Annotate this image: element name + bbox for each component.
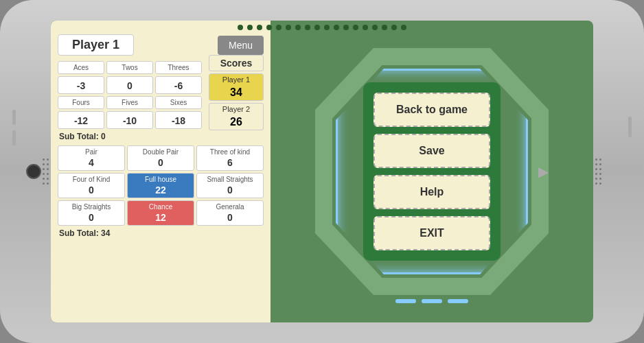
generala-cell: Generala 0	[196, 200, 264, 226]
aces-label-cell: Aces	[58, 61, 104, 74]
power-button[interactable]	[628, 117, 632, 137]
player-title: Player 1	[58, 34, 134, 56]
threes-value-cell: -6	[155, 76, 202, 94]
nav-dot-3	[448, 299, 468, 303]
back-to-game-button[interactable]: Back to game	[373, 93, 490, 127]
sixes-label-cell: Sixes	[155, 96, 202, 109]
upper-score-grid: Aces Twos Threes -3 0 -6	[58, 61, 202, 129]
save-button[interactable]: Save	[373, 134, 490, 168]
camera	[26, 164, 41, 179]
navigation-dots	[395, 299, 468, 303]
right-arrow-icon: ▶	[538, 163, 549, 180]
upper-sub-total: Sub Total: 0	[59, 132, 264, 141]
twos-value-cell: 0	[106, 76, 153, 94]
fives-label-cell: Fives	[106, 96, 153, 109]
big-straights-cell: Big Straights 0	[58, 200, 125, 226]
aces-value-cell: -3	[58, 76, 104, 94]
twos-label-cell: Twos	[106, 61, 153, 74]
scores-title: Scores	[209, 55, 264, 71]
four-of-kind-cell: Four of Kind 0	[58, 173, 125, 198]
double-pair-cell: Double Pair 0	[127, 145, 194, 171]
player2-value: 26	[209, 115, 263, 130]
nav-dot-1	[395, 299, 416, 303]
volume-up-button[interactable]	[12, 110, 16, 125]
scores-side-panel: Scores Player 1 34 Player 2 26	[209, 55, 264, 130]
three-of-kind-cell: Three of kind 6	[196, 145, 264, 171]
lower-score-grid: Pair 4 Double Pair 0 Three of kind 6 Fou…	[58, 145, 264, 226]
player-header: Player 1 Menu	[58, 34, 264, 56]
chance-cell: Chance 12	[127, 200, 194, 226]
menu-button[interactable]: Menu	[218, 36, 264, 55]
sixes-value-cell: -18	[155, 111, 202, 129]
pair-cell: Pair 4	[58, 145, 125, 171]
game-area: ⚄ ⚂ Back to game Save Help EXIT ▶	[271, 21, 593, 322]
score-panel: Player 1 Menu Scores Player 1 34 Player …	[51, 21, 271, 322]
player1-label: Player 1	[209, 74, 263, 85]
fives-value-cell: -10	[106, 111, 153, 129]
player2-score-item: Player 2 26	[209, 103, 264, 130]
player2-label: Player 2	[209, 104, 263, 115]
top-decoration-dots	[51, 25, 593, 30]
phone-body: Player 1 Menu Scores Player 1 34 Player …	[0, 0, 644, 343]
player1-score-item: Player 1 34	[209, 73, 264, 101]
volume-down-button[interactable]	[12, 130, 16, 145]
fours-label-cell: Fours	[58, 96, 104, 109]
nav-dot-2	[422, 299, 442, 303]
octagon-board: ⚄ ⚂ Back to game Save Help EXIT ▶	[301, 34, 562, 309]
fours-value-cell: -12	[58, 111, 104, 129]
lower-sub-total: Sub Total: 34	[59, 228, 264, 238]
menu-card: Back to game Save Help EXIT	[363, 82, 501, 261]
full-house-cell: Full house 22	[127, 173, 194, 198]
screen: Player 1 Menu Scores Player 1 34 Player …	[51, 21, 593, 322]
player1-value: 34	[209, 85, 263, 100]
exit-button[interactable]: EXIT	[373, 216, 490, 250]
small-straights-cell: Small Straights 0	[196, 173, 264, 198]
help-button[interactable]: Help	[373, 175, 490, 209]
threes-label-cell: Threes	[155, 61, 202, 74]
